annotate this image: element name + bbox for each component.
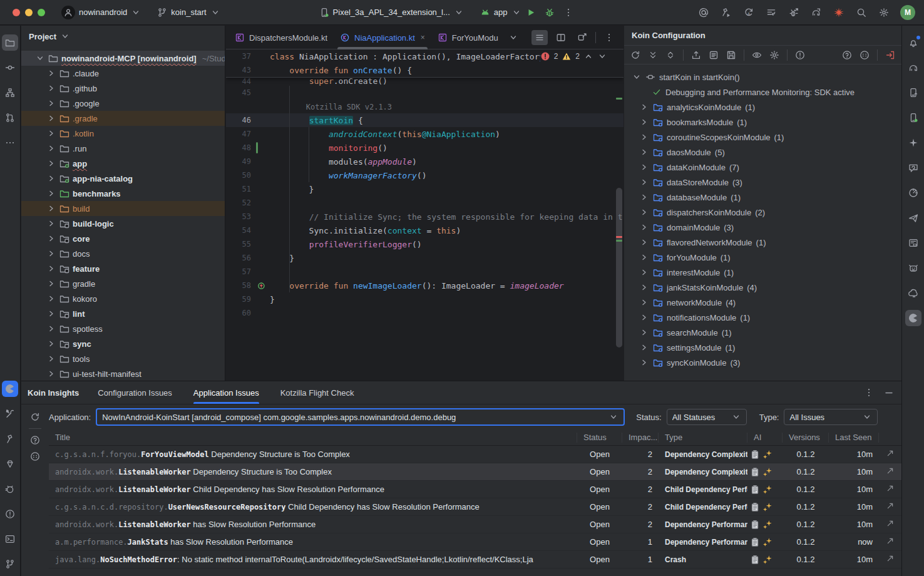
open-externally-icon[interactable] (879, 553, 901, 565)
koin-module-node[interactable]: dataStoreModule(3) (624, 175, 901, 190)
project-tree-item[interactable]: nowinandroid-MCP [nowinandroid]~/Studi (21, 51, 225, 66)
code-line[interactable]: 46 startKoin { (226, 113, 624, 127)
override-marker-icon[interactable] (257, 280, 267, 292)
koin-module-node[interactable]: networkModule(4) (624, 295, 901, 310)
project-tree-item[interactable]: docs (21, 246, 225, 261)
export-icon[interactable] (691, 50, 701, 60)
feedback-icon[interactable] (860, 50, 870, 60)
code-line[interactable]: 52 (226, 196, 624, 210)
app-insights-icon[interactable] (905, 185, 921, 201)
koin-module-node[interactable]: flavoredNetworkModule(1) (624, 235, 901, 250)
ai-sparkles-icon[interactable] (762, 502, 773, 512)
flight-check-icon[interactable] (905, 210, 921, 226)
table-header-col-type[interactable]: Type (659, 433, 747, 443)
code-line[interactable]: 59} (226, 292, 624, 306)
terminal-tool-icon[interactable] (2, 531, 18, 547)
logcat-tool-icon[interactable] (2, 481, 18, 497)
problems-tool-icon[interactable] (2, 506, 18, 522)
table-row[interactable]: androidx.work.ListenableWorker Child Dep… (49, 481, 901, 498)
project-tree-item[interactable]: sync (21, 336, 225, 351)
copy-report-icon[interactable] (750, 485, 760, 495)
code-line[interactable]: 43 override fun onCreate() { (226, 63, 624, 77)
copy-report-icon[interactable] (750, 467, 760, 477)
open-externally-icon[interactable] (879, 501, 901, 513)
structure-tool-icon[interactable] (2, 85, 18, 101)
koin-module-node[interactable]: settingsModule(1) (624, 340, 901, 355)
ai-sparkles-icon[interactable] (762, 485, 773, 495)
project-tree-item[interactable]: build (21, 201, 225, 216)
table-row[interactable]: java.lang.NoSuchMethodError: No static m… (49, 551, 901, 568)
table-header-col-impact[interactable]: Impac... (622, 433, 659, 443)
project-tree-item[interactable]: core (21, 231, 225, 246)
project-tool-icon[interactable] (2, 34, 18, 51)
status-combobox[interactable]: All Statuses (667, 409, 747, 425)
insights-tab[interactable]: Application Issues (193, 381, 259, 404)
code-line[interactable]: 51 } (226, 182, 624, 196)
code-line[interactable]: 58 override fun newImageLoader(): ImageL… (226, 279, 624, 292)
project-tree-item[interactable]: .github (21, 81, 225, 96)
project-tree-item[interactable]: .google (21, 96, 225, 111)
table-header-col-ai[interactable]: AI (747, 433, 783, 443)
minimize-window-button[interactable] (25, 9, 33, 16)
hidden-tabs-chevron-icon[interactable] (508, 33, 518, 43)
run-config-selector[interactable]: app (480, 8, 521, 18)
kotzilla-icon[interactable] (831, 4, 846, 21)
more-tools-icon[interactable] (2, 135, 18, 151)
run-button[interactable] (521, 4, 540, 21)
gradle-icon[interactable] (905, 59, 921, 76)
project-tree-item[interactable]: lint (21, 306, 225, 321)
table-row[interactable]: c.g.s.a.n.c.d.repository.UserNewsResourc… (49, 498, 901, 516)
table-header-col-link[interactable] (879, 433, 901, 443)
editor-tab[interactable]: NiaApplication.kt× (334, 26, 431, 49)
code-line[interactable]: 49 modules(appModule) (226, 155, 624, 168)
ai-sparkles-icon[interactable] (762, 467, 773, 477)
koin-module-node[interactable]: interestModule(1) (624, 265, 901, 280)
project-tree-item[interactable]: .run (21, 141, 225, 156)
ai-assistant-icon[interactable] (696, 4, 711, 21)
koin-root-node[interactable]: startKoin in startKoin() (624, 69, 901, 85)
device-manager-icon[interactable] (905, 85, 921, 101)
table-row[interactable]: c.g.s.a.n.f.foryou.ForYouViewModel Depen… (49, 446, 901, 463)
ai-sparkles-icon[interactable] (762, 555, 773, 565)
koin-module-node[interactable]: coroutineScopesKoinModule(1) (624, 130, 901, 145)
panel-options-icon[interactable] (864, 388, 874, 398)
project-tree-item[interactable]: .kotlin (21, 126, 225, 141)
table-header-col-last-seen[interactable]: Last Seen (829, 433, 879, 443)
open-externally-icon[interactable] (879, 466, 901, 478)
table-row[interactable]: androidx.work.ListenableWorker Dependenc… (49, 463, 901, 481)
notifications-icon[interactable] (905, 34, 921, 51)
project-tree-item[interactable]: spotless (21, 321, 225, 336)
copy-report-icon[interactable] (750, 520, 760, 530)
zoom-window-button[interactable] (38, 9, 45, 16)
search-everywhere-icon[interactable] (854, 4, 869, 21)
settings-icon[interactable] (769, 50, 779, 60)
code-line[interactable]: 44 super.onCreate() (226, 78, 388, 86)
profiler-icon[interactable]: A (741, 4, 756, 21)
assistant-bot-icon[interactable] (905, 260, 921, 276)
version-control-tool-icon[interactable] (2, 556, 18, 572)
close-tab-icon[interactable]: × (421, 33, 425, 42)
code-line[interactable]: 47 androidContext(this@NiaApplication) (226, 127, 624, 141)
open-externally-icon[interactable] (879, 518, 901, 530)
koin-module-node[interactable]: searchModule(1) (624, 325, 901, 340)
editor-options-icon[interactable] (601, 30, 617, 45)
refresh-icon[interactable] (630, 50, 640, 60)
disconnect-icon[interactable] (885, 50, 895, 60)
help-icon[interactable] (30, 435, 40, 445)
koin-module-node[interactable]: jankStatsKoinModule(4) (624, 280, 901, 295)
table-row[interactable]: androidx.work.ListenableWorker has Slow … (49, 516, 901, 533)
application-combobox[interactable]: NowInAndroid-KoinStart [android_compose]… (96, 408, 625, 426)
koin-module-node[interactable]: databaseModule(1) (624, 190, 901, 205)
code-line[interactable]: 57 (226, 265, 624, 279)
code-line[interactable]: Kotzilla SDK v2.1.3 (226, 100, 624, 113)
koin-insights-tool-icon[interactable] (2, 381, 18, 397)
running-devices-icon[interactable] (905, 110, 921, 126)
save-icon[interactable] (726, 50, 736, 60)
koin-module-node[interactable]: daosModule(5) (624, 145, 901, 160)
gemini-icon[interactable] (905, 135, 921, 151)
project-tree-item[interactable]: .gradle (21, 111, 225, 126)
koin-module-node[interactable]: dispatchersKoinModule(2) (624, 205, 901, 220)
minimize-panel-icon[interactable] (884, 388, 894, 398)
code-line[interactable]: 53 // Initialize Sync; the system respon… (226, 210, 624, 224)
table-header-col-status[interactable]: Status (577, 433, 622, 443)
